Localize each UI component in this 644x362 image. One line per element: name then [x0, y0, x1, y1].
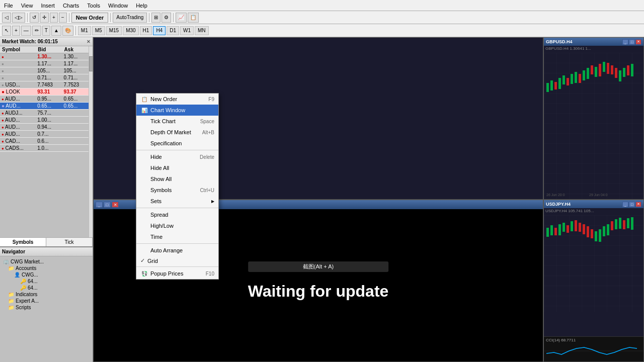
toolbar-btn-1[interactable]: ◁	[2, 13, 11, 23]
ctx-show-all[interactable]: Show All	[136, 173, 218, 185]
separator-1	[27, 13, 28, 22]
table-row[interactable]: ● LOOK 93.31 93.37	[0, 88, 89, 96]
nav-broker-label: CWG Market...	[11, 259, 44, 264]
table-row[interactable]: ● AUDJ... 75.7...	[0, 110, 89, 117]
table-row[interactable]: ● 1.30... 1.30...	[0, 53, 89, 60]
ctx-tick-chart[interactable]: Tick Chart Space	[136, 116, 218, 127]
bid-value: 105...	[36, 67, 62, 74]
tab-tick[interactable]: Tick	[46, 238, 93, 246]
tf-m15[interactable]: M15	[106, 26, 122, 35]
table-row[interactable]: ● 0.71... 0.71...	[0, 74, 89, 81]
tf-m1[interactable]: M1	[78, 26, 91, 35]
bottom-minimize[interactable]: _	[96, 202, 103, 208]
toolbar-btn-refresh[interactable]: ↺	[30, 13, 39, 23]
ctx-grid[interactable]: ✓ Grid	[136, 256, 218, 265]
table-row[interactable]: ● 105... 105...	[0, 67, 89, 74]
ctx-auto-arrange[interactable]: Auto Arrange	[136, 245, 218, 256]
ctx-sets-left: Sets	[140, 197, 162, 205]
toolbar-color[interactable]: 🎨	[62, 26, 73, 36]
nav-cwg-label: CWG...	[22, 272, 38, 278]
table-row[interactable]: ● AUD... 0.95... 0.65...	[0, 96, 89, 103]
bottom-maximize[interactable]: □	[104, 202, 111, 208]
toolbar-btn-zoom-in[interactable]: +	[50, 13, 58, 23]
market-watch-titlebar: Market Watch: 06:01:15 ✕	[0, 37, 93, 46]
table-row[interactable]: ● AUD... 0.7...	[0, 131, 89, 138]
nav-broker[interactable]: 🏢 CWG Market...	[2, 258, 91, 265]
scrollbar-thumb[interactable]	[89, 56, 93, 71]
toolbar-crosshair2[interactable]: +	[12, 26, 20, 36]
nav-cwg-account[interactable]: 👤 CWG...	[2, 272, 91, 278]
new-order-button[interactable]: New Order	[71, 13, 109, 23]
tf-h4[interactable]: H4	[153, 26, 166, 35]
menu-file[interactable]: File	[0, 2, 17, 10]
toolbar-line[interactable]: —	[21, 26, 31, 36]
menu-tools[interactable]: Tools	[83, 2, 104, 10]
toolbar-indicators[interactable]: 📈	[176, 13, 187, 23]
ctx-spread-left: Spread	[140, 211, 168, 219]
nav-account-1[interactable]: 🔑 64...	[2, 278, 91, 285]
nav-scripts-label: Scripts	[16, 305, 31, 310]
toolbar-btn-zoom-out[interactable]: −	[59, 13, 67, 23]
nav-expert-advisors[interactable]: 📁 Expert A...	[2, 298, 91, 304]
menu-view[interactable]: View	[17, 2, 37, 10]
auto-arrange-icon	[140, 246, 148, 254]
tab-symbols[interactable]: Symbols	[0, 238, 46, 246]
toolbar-pencil[interactable]: ✏	[32, 26, 41, 36]
toolbar-text[interactable]: T	[42, 26, 50, 36]
toolbar-btn-2[interactable]: ◁▷	[12, 13, 25, 23]
table-row[interactable]: ● AUD... 1.00...	[0, 117, 89, 124]
ctx-depth-of-market[interactable]: Depth Of Market Alt+B	[136, 127, 218, 138]
nav-account-2[interactable]: 🔑 64...	[2, 285, 91, 291]
nav-scripts[interactable]: 📁 Scripts	[2, 304, 91, 311]
market-watch-close[interactable]: ✕	[87, 39, 91, 44]
menu-charts[interactable]: Charts	[59, 2, 83, 10]
ctx-depth-shortcut: Alt+B	[202, 130, 214, 135]
nav-accounts[interactable]: 📁 Accounts	[2, 265, 91, 272]
tf-m30[interactable]: M30	[123, 26, 138, 35]
nav-indicators[interactable]: 📁 Indicators	[2, 291, 91, 298]
tf-h1[interactable]: H1	[140, 26, 152, 35]
ctx-spread[interactable]: Spread	[136, 209, 218, 220]
cwg-account-icon: 👤	[14, 272, 20, 278]
table-row-selected[interactable]: ● AUD... 0.65... 0.65...	[0, 103, 89, 110]
tf-w1[interactable]: W1	[180, 26, 194, 35]
toolbar-shapes[interactable]: ▲	[51, 26, 61, 36]
table-row[interactable]: ● CAD... 0.6...	[0, 138, 89, 145]
table-row[interactable]: ● CADS... 1.0...	[0, 145, 89, 152]
tf-m5[interactable]: M5	[92, 26, 105, 35]
ctx-auto-arrange-label: Auto Arrange	[150, 247, 183, 253]
toolbar-btn-crosshair[interactable]: ✛	[40, 13, 49, 23]
ctx-sets[interactable]: Sets ▶	[136, 196, 218, 207]
toolbar-properties[interactable]: ⚙	[162, 13, 171, 23]
ctx-symbols[interactable]: Symbols Ctrl+U	[136, 185, 218, 196]
toolbar-autotrading[interactable]: AutoTrading	[113, 13, 147, 23]
ctx-highlow[interactable]: High/Low	[136, 220, 218, 231]
menu-window[interactable]: Window	[104, 2, 132, 10]
toolbar-zoom-fit[interactable]: ⊞	[151, 13, 160, 23]
table-row[interactable]: ● 1.17... 1.17...	[0, 60, 89, 67]
bottom-close[interactable]: ✕	[112, 202, 119, 208]
ctx-new-order[interactable]: 📋 New Order F9	[136, 94, 218, 105]
menu-help[interactable]: Help	[132, 2, 151, 10]
ctx-hide-all[interactable]: Hide All	[136, 162, 218, 173]
ctx-depth-left: Depth Of Market	[140, 128, 191, 136]
tf-mn[interactable]: MN	[195, 26, 209, 35]
toolbar-templates[interactable]: 📋	[188, 13, 199, 23]
ctx-specification[interactable]: Specification	[136, 138, 218, 149]
separator-5	[173, 13, 174, 22]
ctx-hide[interactable]: Hide Delete	[136, 151, 218, 162]
ctx-hide-shortcut: Delete	[200, 154, 214, 160]
ctx-chart-window[interactable]: 📊 Chart Window	[136, 105, 218, 116]
table-row[interactable]: ● AUD... 0.94...	[0, 124, 89, 131]
ask-value: 1.17...	[62, 60, 89, 67]
tf-d1[interactable]: D1	[167, 26, 179, 35]
waiting-container: 截图(Alt + A) Waiting for update	[248, 261, 389, 301]
ctx-time[interactable]: Time	[136, 231, 218, 242]
menu-insert[interactable]: Insert	[37, 2, 59, 10]
symbol-name: ● AUD...	[0, 124, 36, 131]
bid-value: 0.7...	[36, 131, 62, 138]
market-watch-scrollbar[interactable]	[89, 46, 93, 237]
table-row[interactable]: ● USD... 7.7483 7.7523	[0, 81, 89, 88]
toolbar-cursor[interactable]: ↖	[2, 26, 11, 36]
ctx-popup-prices[interactable]: 💱 Popup Prices F10	[136, 268, 218, 279]
